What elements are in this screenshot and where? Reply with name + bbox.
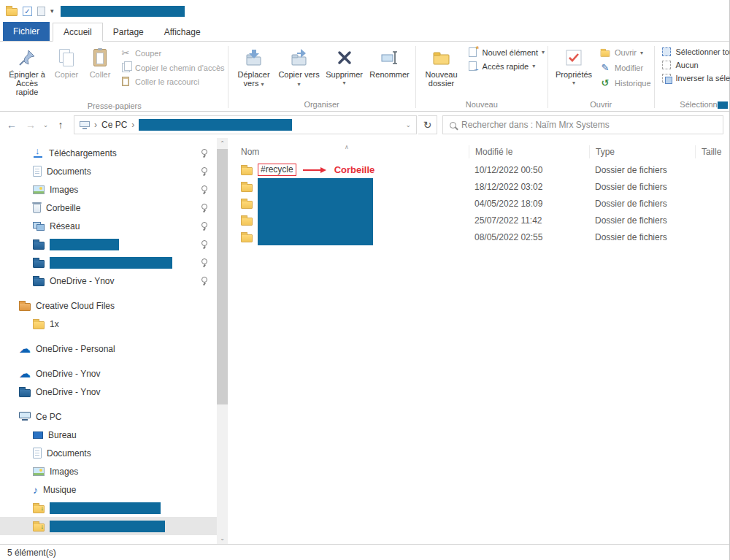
easy-access-button[interactable]: Accès rapide ▾: [467, 61, 545, 71]
new-folder-button[interactable]: Nouveau dossier: [419, 45, 464, 90]
content-area: Téléchargements Documents Images Corbeil…: [0, 138, 729, 544]
pin-icon: [18, 47, 36, 69]
onedrive-cloud-icon: ☁: [19, 369, 31, 379]
tab-fichier[interactable]: Fichier: [3, 22, 50, 41]
sidebar-item-onedrive-ynov[interactable]: OneDrive - Ynov: [0, 383, 217, 401]
up-button[interactable]: ↑: [52, 119, 69, 131]
ribbon-tabs: Fichier Accueil Partage Affichage: [0, 22, 729, 42]
sidebar-item-redacted[interactable]: [0, 235, 217, 253]
column-headers: ∧Nom Modifié le Type Taille: [228, 142, 729, 161]
properties-button[interactable]: Propriétés ▾: [551, 45, 596, 88]
group-label-ouvrir: Ouvrir: [548, 99, 654, 111]
move-to-label: Déplacer vers: [238, 70, 270, 88]
column-header-nom[interactable]: ∧Nom: [228, 145, 469, 158]
copy-to-caret-icon[interactable]: ▾: [298, 81, 301, 88]
sidebar-item-reseau[interactable]: Réseau: [0, 217, 217, 235]
select-all-label: Sélectionner tout: [676, 47, 730, 56]
scrollbar-up-arrow-icon[interactable]: ⌃: [217, 138, 228, 149]
sidebar-item-images[interactable]: Images: [0, 462, 217, 480]
open-caret-icon[interactable]: ▾: [640, 50, 643, 56]
document-icon: [33, 166, 42, 177]
search-input[interactable]: [461, 120, 716, 130]
cut-button[interactable]: ✂ Couper: [120, 47, 225, 58]
breadcrumb-ce-pc[interactable]: Ce PC: [101, 120, 127, 130]
column-header-modifie-le[interactable]: Modifié le: [469, 145, 589, 158]
file-row-redacted[interactable]: 08/05/2022 02:55 Dossier de fichiers: [228, 229, 729, 245]
sidebar-item-bureau[interactable]: Bureau: [0, 426, 217, 444]
delete-button[interactable]: Supprimer ▾: [322, 45, 367, 88]
sidebar-item-images[interactable]: Images: [0, 180, 217, 199]
column-header-type[interactable]: Type: [589, 145, 695, 158]
file-row-redacted[interactable]: 25/07/2022 11:42 Dossier de fichiers: [228, 212, 729, 229]
sidebar-item-1x[interactable]: 1x: [0, 315, 217, 333]
file-row-recycle[interactable]: #recycle Corbeille 10/12/2022 00:50 Doss…: [228, 161, 729, 178]
open-button[interactable]: Ouvrir ▾: [599, 47, 651, 58]
back-button[interactable]: ←: [3, 119, 20, 131]
file-row-redacted[interactable]: 18/12/2022 03:02 Dossier de fichiers: [228, 178, 729, 195]
quick-access-check-icon[interactable]: ✓: [23, 7, 32, 16]
copy-to-button[interactable]: Copier vers ▾: [277, 45, 322, 91]
edit-button[interactable]: ✎ Modifier: [599, 62, 651, 73]
network-icon: [33, 222, 45, 231]
invert-selection-button[interactable]: Inverser la sélection: [661, 74, 730, 83]
scrollbar-down-arrow-icon[interactable]: ⌄: [217, 533, 228, 544]
search-box[interactable]: [442, 115, 723, 134]
tab-partage[interactable]: Partage: [103, 23, 154, 41]
history-button[interactable]: ↺ Historique: [599, 77, 651, 88]
group-label-organiser: Organiser: [228, 99, 415, 111]
ribbon-group-presse-papiers: Épingler à Accès rapide Copier Coller ✂ …: [1, 43, 228, 111]
folder-icon: [241, 201, 253, 209]
address-bar[interactable]: › Ce PC › ⌄: [74, 115, 417, 134]
easy-access-caret-icon[interactable]: ▾: [532, 63, 535, 69]
quick-access-file-icon[interactable]: [37, 7, 45, 16]
select-none-button[interactable]: Aucun: [661, 61, 730, 69]
delete-caret-icon[interactable]: ▾: [343, 80, 346, 85]
qat-customize-caret-icon[interactable]: ▾: [50, 7, 54, 15]
sidebar-item-redacted[interactable]: [0, 253, 217, 272]
sidebar-item-musique[interactable]: ♪Musique: [0, 480, 217, 499]
image-icon: [33, 185, 45, 194]
recent-locations-caret-icon[interactable]: ⌄: [41, 121, 50, 129]
sidebar-scrollbar[interactable]: ⌃ ⌄: [217, 138, 228, 544]
copy-path-button[interactable]: Copier le chemin d'accès: [120, 63, 225, 72]
sidebar-item-telechargements[interactable]: Téléchargements: [0, 144, 217, 162]
move-to-caret-icon[interactable]: ▾: [261, 81, 264, 88]
new-item-caret-icon[interactable]: ▾: [542, 49, 545, 55]
address-dropdown-caret-icon[interactable]: ⌄: [405, 121, 411, 129]
invert-selection-label: Inverser la sélection: [676, 74, 730, 83]
paste-button[interactable]: Coller: [83, 45, 117, 81]
move-to-button[interactable]: Déplacer vers ▾: [231, 45, 277, 91]
redacted-name: [258, 229, 373, 245]
sidebar-item-documents[interactable]: Documents: [0, 444, 217, 462]
forward-button[interactable]: →: [22, 119, 39, 131]
sidebar-item-onedrive-ynov[interactable]: OneDrive - Ynov: [0, 272, 217, 290]
sidebar-item-ce-pc[interactable]: Ce PC: [0, 407, 217, 426]
edit-label: Modifier: [615, 64, 643, 72]
annotation-arrow: [303, 169, 325, 171]
sidebar-item-redacted-selected[interactable]: [0, 517, 217, 535]
folder-icon: [33, 321, 45, 329]
sidebar-item-creative-cloud-files[interactable]: Creative Cloud Files: [0, 296, 217, 315]
pin-quick-access-button[interactable]: Épingler à Accès rapide: [4, 45, 50, 99]
sidebar-item-onedrive-ynov[interactable]: ☁OneDrive - Ynov: [0, 364, 217, 383]
scrollbar-thumb[interactable]: [217, 149, 228, 404]
copy-button[interactable]: Copier: [50, 45, 83, 81]
downloads-icon: [33, 147, 44, 158]
status-bar: 5 élément(s): [0, 544, 729, 560]
sidebar-item-documents[interactable]: Documents: [0, 162, 217, 180]
paste-shortcut-icon: [122, 77, 129, 86]
rename-button[interactable]: Renommer: [367, 45, 412, 81]
sidebar-item-corbeille[interactable]: Corbeille: [0, 199, 217, 217]
paste-shortcut-button[interactable]: Coller le raccourci: [120, 77, 225, 86]
sidebar-item-redacted[interactable]: [0, 499, 217, 517]
tab-affichage[interactable]: Affichage: [154, 23, 211, 41]
file-row-redacted[interactable]: 04/05/2022 18:09 Dossier de fichiers: [228, 195, 729, 212]
breadcrumb-chevron-icon: ›: [94, 120, 97, 130]
tab-accueil[interactable]: Accueil: [53, 23, 103, 42]
refresh-button[interactable]: ↻: [418, 115, 437, 134]
properties-caret-icon[interactable]: ▾: [572, 80, 575, 85]
select-all-button[interactable]: Sélectionner tout: [661, 47, 730, 56]
new-item-button[interactable]: Nouvel élément ▾: [467, 47, 545, 57]
sidebar-item-onedrive-personal[interactable]: ☁OneDrive - Personal: [0, 340, 217, 358]
column-header-taille[interactable]: Taille: [695, 145, 729, 158]
